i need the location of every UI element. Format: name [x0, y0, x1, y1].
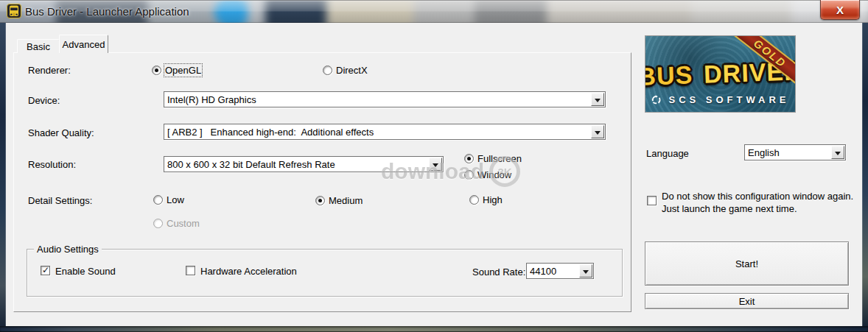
- shader-quality-value: [ ARB2 ] Enhanced high-end: Additional e…: [167, 127, 374, 138]
- device-combobox[interactable]: Intel(R) HD Graphics: [164, 91, 606, 107]
- tab-basic-label: Basic: [27, 41, 50, 52]
- resolution-value: 800 x 600 x 32 bit Default Refresh Rate: [167, 159, 335, 170]
- chevron-down-icon: [595, 99, 601, 102]
- resolution-dropdown-button[interactable]: [429, 158, 442, 171]
- detail-low-label[interactable]: Low: [167, 194, 184, 205]
- hardware-acceleration-checkbox[interactable]: [186, 266, 195, 275]
- hardware-acceleration-label[interactable]: Hardware Acceleration: [200, 266, 297, 277]
- shader-quality-combobox[interactable]: [ ARB2 ] Enhanced high-end: Additional e…: [164, 124, 606, 140]
- detail-medium-radio[interactable]: [315, 196, 325, 205]
- dont-show-again-checkbox[interactable]: [647, 196, 657, 205]
- renderer-opengl-label[interactable]: OpenGL: [165, 65, 201, 76]
- exit-button-label: Exit: [739, 296, 755, 307]
- tab-advanced-label: Advanced: [63, 39, 105, 50]
- scs-logo-icon: [651, 94, 662, 105]
- language-dropdown-button[interactable]: [831, 146, 844, 159]
- resolution-combobox[interactable]: 800 x 600 x 32 bit Default Refresh Rate: [164, 156, 444, 172]
- fullscreen-label[interactable]: Fullscreen: [477, 153, 522, 164]
- detail-settings-label: Detail Settings:: [28, 195, 92, 206]
- sound-rate-value: 44100: [530, 266, 556, 277]
- scs-brand-label: SCS SOFTWARE: [668, 94, 789, 105]
- detail-medium-label[interactable]: Medium: [329, 195, 363, 206]
- renderer-directx-radio[interactable]: [323, 66, 332, 75]
- detail-custom-label: Custom: [167, 218, 200, 229]
- chevron-down-icon: [433, 163, 438, 167]
- language-value: English: [748, 147, 780, 158]
- renderer-opengl-radio[interactable]: [152, 66, 161, 75]
- start-button-label: Start!: [735, 258, 758, 269]
- sound-rate-label: Sound Rate:: [472, 266, 525, 278]
- language-label: Language: [646, 148, 689, 159]
- audio-settings-legend: Audio Settings: [34, 244, 102, 255]
- language-combobox[interactable]: English: [744, 144, 846, 160]
- enable-sound-checkbox[interactable]: [41, 266, 50, 275]
- window-mode-label[interactable]: Window: [477, 169, 511, 180]
- window-frame-right: [862, 23, 868, 332]
- detail-high-label[interactable]: High: [483, 194, 503, 205]
- resolution-label: Resolution:: [28, 159, 76, 170]
- renderer-label: Renderer:: [28, 65, 71, 76]
- shader-dropdown-button[interactable]: [591, 125, 604, 138]
- window-title: Bus Driver - Launcher Application: [25, 5, 189, 18]
- device-label: Device:: [28, 95, 60, 106]
- window-frame-left: [0, 23, 6, 332]
- detail-high-radio[interactable]: [469, 195, 479, 205]
- bus-app-icon: [7, 4, 21, 18]
- window-mode-radio[interactable]: [464, 170, 474, 180]
- exit-button[interactable]: Exit: [645, 293, 849, 309]
- tab-advanced[interactable]: Advanced: [59, 35, 108, 53]
- dont-show-again-label[interactable]: Do not show this configuration window ag…: [662, 191, 855, 215]
- fullscreen-radio[interactable]: [464, 154, 474, 163]
- titlebar: Bus Driver - Launcher Application X: [0, 0, 868, 23]
- device-dropdown-button[interactable]: [591, 93, 604, 106]
- chevron-down-icon: [595, 131, 601, 135]
- close-button[interactable]: X: [820, 0, 860, 20]
- sound-rate-combobox[interactable]: 44100: [526, 263, 594, 279]
- chevron-down-icon: [835, 152, 841, 155]
- detail-low-radio[interactable]: [153, 195, 163, 205]
- launcher-window: Bus Driver - Launcher Application X Basi…: [0, 0, 868, 332]
- scs-brand-row: SCS SOFTWARE: [645, 94, 795, 105]
- tab-basic[interactable]: Basic: [17, 39, 60, 53]
- start-button[interactable]: Start!: [645, 241, 849, 286]
- enable-sound-label[interactable]: Enable Sound: [55, 266, 116, 277]
- chevron-down-icon: [583, 270, 589, 274]
- logo-word-bus: BUS: [645, 60, 693, 91]
- device-value: Intel(R) HD Graphics: [167, 94, 256, 105]
- renderer-directx-label[interactable]: DirectX: [336, 65, 368, 76]
- close-icon: X: [836, 4, 844, 15]
- sound-rate-dropdown-button[interactable]: [579, 264, 592, 278]
- bus-driver-gold-logo: BUS DRIVER GOLD SCS SOFTWARE: [645, 35, 796, 113]
- window-frame-bottom: [0, 326, 868, 332]
- shader-quality-label: Shader Quality:: [28, 127, 94, 138]
- detail-custom-radio: [153, 219, 163, 228]
